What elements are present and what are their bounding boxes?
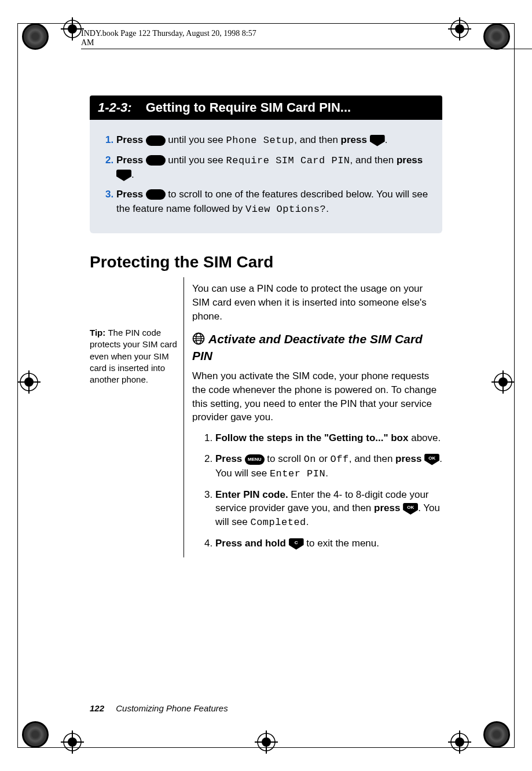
tip-label: Tip: — [90, 328, 108, 337]
registration-globe-icon — [22, 721, 49, 748]
cropmark-icon — [255, 730, 278, 754]
ok-button-icon: OK — [403, 503, 418, 515]
step-item: Follow the steps in the "Getting to..." … — [215, 431, 442, 445]
menu-button-icon: MENU — [146, 135, 166, 146]
cropmark-icon — [61, 730, 84, 754]
c-button-icon: C — [289, 538, 304, 550]
procedure-box: Press MENU until you see Phone Setup, an… — [90, 120, 442, 233]
page-content: 1-2-3: Getting to Require SIM Card PIN..… — [90, 96, 442, 557]
cropmark-icon — [61, 17, 84, 41]
page-number: 122 — [90, 703, 104, 713]
procedure-header: 1-2-3: Getting to Require SIM Card PIN..… — [90, 96, 442, 120]
ok-button-icon: OK — [116, 170, 131, 181]
page-footer: 122 Customizing Phone Features — [90, 703, 228, 713]
main-column: You can use a PIN code to protect the us… — [184, 277, 442, 557]
step-item: Enter PIN code. Enter the 4- to 8-digit … — [215, 488, 442, 530]
procedure-step: Press MENU to scroll to one of the featu… — [116, 188, 428, 216]
globe-icon — [192, 332, 205, 348]
ok-button-icon: OK — [370, 135, 385, 146]
menu-button-icon: MENU — [245, 454, 265, 465]
cropmark-icon — [17, 370, 41, 394]
section-heading: Protecting the SIM Card — [90, 253, 442, 271]
subsection-paragraph: When you activate the SIM code, your pho… — [192, 369, 442, 424]
menu-button-icon: MENU — [146, 189, 166, 200]
chapter-name: Customizing Phone Features — [116, 703, 228, 713]
tip-sidebar: Tip: The PIN code protects your SIM card… — [90, 277, 184, 557]
procedure-step: Press MENU until you see Require SIM Car… — [116, 153, 428, 182]
document-header-meta: INDY.book Page 122 Thursday, August 20, … — [81, 29, 532, 49]
subsection-heading: Activate and Deactivate the SIM Card PIN — [192, 332, 442, 364]
ok-button-icon: OK — [424, 454, 439, 465]
intro-paragraph: You can use a PIN code to protect the us… — [192, 282, 442, 323]
registration-globe-icon — [22, 23, 49, 50]
procedure-title: Getting to Require SIM Card PIN... — [146, 100, 351, 115]
procedure-prefix: 1-2-3: — [98, 100, 132, 115]
procedure-step: Press MENU until you see Phone Setup, an… — [116, 133, 428, 148]
step-list: Follow the steps in the "Getting to..." … — [192, 431, 442, 550]
step-item: Press MENU to scroll On or Off, and then… — [215, 452, 442, 481]
registration-globe-icon — [483, 721, 510, 748]
menu-button-icon: MENU — [146, 155, 166, 166]
step-item: Press and hold C to exit the menu. — [215, 537, 442, 550]
cropmark-icon — [491, 370, 515, 394]
cropmark-icon — [448, 730, 471, 754]
